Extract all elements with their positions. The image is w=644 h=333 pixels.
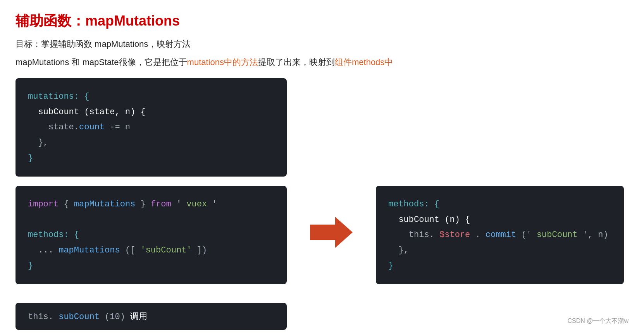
code-block-import: import { mapMutations } from ' vuex ' me… <box>15 186 287 284</box>
code-block-call: this. subCount (10) 调用 <box>15 303 287 330</box>
right-arrow-icon <box>310 217 353 248</box>
code-token: -= n <box>105 122 130 132</box>
title-highlight: mapMutations <box>85 13 180 29</box>
code-token: subCount (state, n) { <box>28 107 146 117</box>
code-line: ... mapMutations ([ 'subCount' ]) <box>28 243 274 258</box>
code-token: (' <box>521 230 531 240</box>
code-token: commit <box>486 230 516 240</box>
code-block-result: methods: { subCount (n) { this. $store .… <box>376 186 624 284</box>
code-line: } <box>28 151 274 166</box>
code-line <box>28 212 274 228</box>
code-line: methods: { <box>388 197 611 212</box>
code-token: $store <box>439 230 470 240</box>
code-token: . <box>475 230 480 240</box>
code-token: state. <box>48 122 79 132</box>
code-token: }, <box>28 138 48 148</box>
code-token: } <box>28 261 33 271</box>
code-line: } <box>388 258 611 274</box>
subtitle: 目标：掌握辅助函数 mapMutations，映射方法 <box>15 38 629 50</box>
desc-plain2: 提取了出来，映射到 <box>258 57 335 67</box>
code-token: subCount (n) { <box>388 215 470 225</box>
code-line: }, <box>388 243 611 258</box>
code-token: { <box>64 199 74 209</box>
code-line: }, <box>28 135 274 151</box>
title-prefix: 辅助函数： <box>15 13 85 29</box>
code-token: methods: { <box>388 199 439 209</box>
code-token: mapMutations <box>74 199 135 209</box>
code-token: ' <box>176 199 181 209</box>
code-line: } <box>28 258 274 274</box>
desc-plain1: mapMutations 和 mapState很像，它是把位于 <box>15 57 187 67</box>
desc-highlight2: 组件methods中 <box>335 57 393 67</box>
code-token: mapMutations <box>59 245 120 255</box>
code-token: this. <box>28 312 53 322</box>
code-token: ' <box>212 199 217 209</box>
code-token: } <box>140 199 150 209</box>
code-token: from <box>151 199 171 209</box>
code-block-mutations: mutations: { subCount (state, n) { state… <box>15 78 287 177</box>
code-token: } <box>388 261 393 271</box>
code-token: methods: { <box>28 230 79 240</box>
code-comparison-row: import { mapMutations } from ' vuex ' me… <box>15 186 629 294</box>
code-token: }, <box>388 245 409 255</box>
code-token: subCount <box>59 312 100 322</box>
code-token: ([ <box>125 245 135 255</box>
code-token: count <box>79 122 105 132</box>
arrow-container <box>310 186 353 248</box>
code-token: import <box>28 199 59 209</box>
code-token: this. <box>388 230 434 240</box>
code-token: ... <box>28 245 53 255</box>
description: mapMutations 和 mapState很像，它是把位于mutations… <box>15 55 629 69</box>
code-line: import { mapMutations } from ' vuex ' <box>28 197 274 212</box>
code-token: mutations: { <box>28 92 89 101</box>
watermark: CSDN @一个大不溜w <box>567 317 629 325</box>
code-token: 调用 <box>130 312 147 322</box>
code-token: ]) <box>197 245 207 255</box>
svg-marker-0 <box>310 217 353 248</box>
page-title: 辅助函数：mapMutations <box>15 12 629 31</box>
code-token: 'subCount' <box>140 245 191 255</box>
code-token: vuex <box>186 199 207 209</box>
code-token: subCount <box>537 230 578 240</box>
code-line: methods: { <box>28 227 274 243</box>
code-token: } <box>28 153 33 163</box>
code-line: subCount (n) { <box>388 212 611 228</box>
code-token: ', n) <box>583 230 608 240</box>
code-line: mutations: { <box>28 89 274 105</box>
code-token: (10) <box>105 312 130 322</box>
code-line: state.count -= n <box>28 120 274 135</box>
code-line: subCount (state, n) { <box>28 105 274 120</box>
desc-highlight1: mutations中的方法 <box>187 57 258 67</box>
code-line: this. $store . commit (' subCount ', n) <box>388 227 611 243</box>
